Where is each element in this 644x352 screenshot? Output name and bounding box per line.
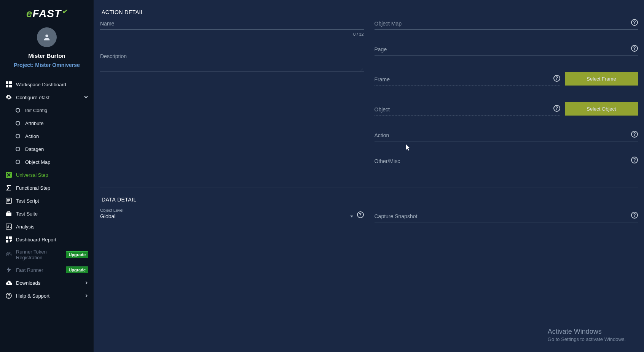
user-name: Mister Burton [28,52,65,59]
sidebar-item-label: Universal Step [16,172,88,178]
logo-check-icon: ✔ [62,8,67,15]
field-page[interactable]: Page ? [375,46,638,55]
frame-input[interactable]: Frame ? [375,76,561,86]
help-icon[interactable]: ? [553,75,560,82]
action-detail-right-col: Object Map ? Page ? Frame ? Select Frame [375,21,638,184]
sidebar-item-universal-step[interactable]: Universal Step [0,168,94,181]
chevron-right-icon [84,280,88,286]
caret-down-icon [350,216,353,217]
chevron-right-icon [84,293,88,299]
object-input[interactable]: Object ? [375,106,561,116]
logo-prefix: e [26,8,33,20]
sidebar-item-label: Object Map [25,159,88,165]
sidebar-item-attribute[interactable]: Attribute [0,117,94,130]
field-capture-snapshot[interactable]: Capture Snapshot ? [375,213,638,222]
help-icon[interactable]: ? [631,157,638,163]
sidebar-item-workspace-dashboard[interactable]: Workspace Dashboard [0,78,94,91]
upgrade-badge[interactable]: Upgrade [66,251,88,258]
watermark-subtitle: Go to Settings to activate Windows. [548,336,626,342]
action-label: Action [375,132,638,138]
field-frame: Frame ? Select Frame [375,72,638,86]
sidebar-item-label: Downloads [16,280,81,286]
gear-icon [5,94,12,101]
sidebar-item-analysis[interactable]: Analysis [0,220,94,233]
avatar[interactable] [37,27,57,47]
object-level-select[interactable]: Object Level Global [100,208,353,221]
data-detail-right-col: Capture Snapshot ? [375,208,638,239]
svg-rect-11 [6,240,8,243]
help-icon[interactable]: ? [631,19,638,26]
sidebar-item-downloads[interactable]: Downloads [0,276,94,289]
sidebar-item-help-support[interactable]: Help & Support [0,289,94,302]
suitcase-icon [5,210,12,217]
sidebar-item-label: Datagen [25,146,88,152]
radio-icon [14,159,21,165]
svg-rect-4 [9,85,12,87]
sidebar-item-label: Runner Token Registration [16,249,62,260]
svg-rect-9 [6,236,8,239]
sidebar-item-functional-step[interactable]: Functional Step [0,181,94,194]
profile-block: Mister Burton Project: Mister Omniverse [0,22,94,74]
sidebar-item-label: Action [25,133,88,139]
project-name: Project: Mister Omniverse [14,62,80,68]
sidebar-item-label: Workspace Dashboard [16,82,88,87]
field-action[interactable]: Action ? [375,132,638,141]
sidebar-item-init-config[interactable]: Init Config [0,104,94,117]
sidebar-item-label: Test Script [16,198,88,204]
help-icon[interactable]: ? [357,211,364,218]
chevron-down-icon [84,95,88,100]
dashboard-plus-icon [5,236,12,243]
field-object: Object ? Select Object [375,102,638,116]
svg-rect-2 [9,81,12,84]
fingerprint-icon [5,251,12,258]
cloud-download-icon [5,279,12,286]
sidebar-item-label: Test Suite [16,211,88,217]
sidebar-item-runner-token[interactable]: Runner Token Registration Upgrade [0,246,94,263]
help-icon[interactable]: ? [553,105,560,112]
select-object-button[interactable]: Select Object [565,102,638,116]
sidebar-item-configure-efast[interactable]: Configure efast [0,91,94,104]
sidebar-item-test-script[interactable]: Test Script [0,194,94,207]
logo: eFAST✔ [0,0,94,22]
data-detail-left-col: Object Level Global ? [100,208,364,239]
svg-rect-10 [9,236,12,239]
script-icon [5,197,12,204]
help-icon[interactable]: ? [631,131,638,138]
object-level-label: Object Level [100,208,353,212]
sidebar-item-test-suite[interactable]: Test Suite [0,207,94,220]
field-object-level: Object Level Global ? [100,208,364,221]
radio-icon [14,107,21,114]
other-misc-label: Other/Misc [375,158,638,164]
sidebar: eFAST✔ Mister Burton Project: Mister Omn… [0,0,94,352]
field-object-map[interactable]: Object Map ? [375,21,638,30]
upgrade-badge[interactable]: Upgrade [66,266,88,273]
field-description[interactable]: Description [100,53,364,71]
name-label: Name [100,21,364,27]
field-name[interactable]: Name 0 / 32 [100,21,364,36]
help-icon[interactable]: ? [631,212,638,219]
svg-rect-7 [6,212,11,216]
main-content: ACTION DETAIL Name 0 / 32 Description Ob… [94,0,644,352]
select-frame-button[interactable]: Select Frame [565,72,638,86]
svg-rect-3 [6,85,8,87]
sidebar-item-datagen[interactable]: Datagen [0,143,94,155]
sidebar-item-label: Configure efast [16,95,80,100]
sidebar-item-label: Functional Step [16,185,88,191]
step-icon [5,171,12,178]
object-map-label: Object Map [375,21,638,27]
object-level-value: Global [100,213,115,219]
action-detail-left-col: Name 0 / 32 Description [100,21,364,184]
sidebar-item-label: Fast Runner [16,267,62,273]
name-char-count: 0 / 32 [100,32,364,36]
sigma-icon [5,184,12,191]
sidebar-item-object-map[interactable]: Object Map [0,155,94,168]
sidebar-item-label: Analysis [16,224,88,230]
sidebar-item-action[interactable]: Action [0,130,94,143]
field-other-misc[interactable]: Other/Misc ? [375,158,638,167]
person-icon [43,33,51,41]
radio-icon [14,120,21,127]
help-icon[interactable]: ? [631,45,638,52]
sidebar-item-dashboard-report[interactable]: Dashboard Report [0,233,94,246]
sidebar-item-fast-runner[interactable]: Fast Runner Upgrade [0,263,94,276]
radio-icon [14,146,21,152]
